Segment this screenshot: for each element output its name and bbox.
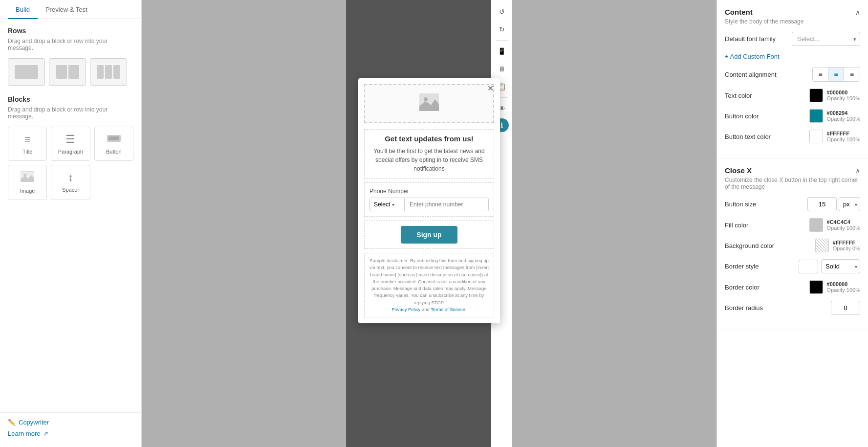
- signup-button[interactable]: Sign up: [401, 226, 457, 244]
- block-image[interactable]: Image: [8, 165, 47, 200]
- learn-more-link[interactable]: Learn more ↗: [8, 430, 133, 437]
- border-style-label: Border style: [725, 263, 799, 270]
- close-x-chevron[interactable]: ∧: [855, 167, 860, 175]
- phone-select[interactable]: Select ▾: [369, 198, 405, 211]
- fill-color-hex: #C4C4C4: [827, 219, 860, 225]
- bottom-links: ✏️ Copywriter Learn more ↗: [0, 412, 141, 447]
- button-size-row: Button size px: [725, 197, 860, 211]
- row-block-2[interactable]: [49, 58, 86, 86]
- bg-color-swatch[interactable]: [815, 239, 829, 252]
- spacer-icon: ↕: [55, 171, 86, 184]
- copywriter-icon: ✏️: [8, 419, 16, 426]
- fill-color-opacity: Opacity 100%: [827, 225, 860, 231]
- fill-color-row: Fill color #C4C4C4 Opacity 100%: [725, 218, 860, 232]
- terms-link[interactable]: Terms of Service.: [431, 307, 466, 312]
- button-icon: [99, 133, 129, 146]
- content-section-desc: Style the body of the message: [725, 18, 860, 25]
- undo-button[interactable]: ↺: [494, 4, 510, 20]
- border-color-group: #000000 Opacity 100%: [809, 280, 860, 294]
- rows-title: Rows: [8, 27, 133, 35]
- border-radius-row: Border radius: [725, 301, 860, 315]
- align-button-group: ≡ ≡ ≡: [812, 67, 860, 82]
- button-color-label: Button color: [725, 112, 809, 120]
- desktop-view-button[interactable]: 🖥: [494, 61, 510, 77]
- copywriter-link[interactable]: ✏️ Copywriter: [8, 419, 133, 426]
- button-text-color-opacity: Opacity 100%: [827, 136, 860, 142]
- popup-phone-area: Phone Number Select ▾: [364, 182, 494, 217]
- privacy-policy-link[interactable]: Privacy Policy: [391, 307, 420, 312]
- border-style-preview[interactable]: [799, 260, 818, 273]
- paragraph-icon: ☰: [55, 133, 86, 146]
- content-chevron[interactable]: ∧: [855, 8, 860, 16]
- row-block-3[interactable]: [90, 58, 127, 86]
- button-color-row: Button color #008294 Opacity 100%: [725, 109, 860, 123]
- blocks-desc: Drag and drop a block or row into your m…: [8, 106, 133, 120]
- unit-select[interactable]: px: [839, 197, 860, 211]
- add-custom-font-link[interactable]: + Add Custom Font: [725, 53, 860, 60]
- button-text-color-hex: #FFFFFF: [827, 131, 860, 136]
- border-color-swatch[interactable]: [809, 280, 823, 294]
- block-button-label: Button: [99, 149, 129, 155]
- redo-button[interactable]: ↻: [494, 22, 510, 37]
- popup-subtext: You'll be the first to get the latest ne…: [369, 147, 489, 173]
- learn-more-label: Learn more: [8, 430, 40, 437]
- content-alignment-row: Content alignment ≡ ≡ ≡: [725, 67, 860, 82]
- unit-wrapper: px: [839, 197, 860, 211]
- button-text-color-swatch[interactable]: [809, 130, 823, 143]
- mobile-view-button[interactable]: 📱: [494, 44, 510, 59]
- border-style-select[interactable]: Solid Dashed Dotted: [821, 259, 860, 273]
- tab-build[interactable]: Build: [8, 0, 38, 19]
- popup-image-area[interactable]: [364, 84, 494, 123]
- content-section-header: Content ∧: [725, 8, 860, 16]
- border-style-controls: Solid Dashed Dotted: [799, 259, 860, 273]
- button-color-swatch[interactable]: [809, 109, 823, 123]
- fill-color-group: #C4C4C4 Opacity 100%: [809, 218, 860, 232]
- fill-color-swatch[interactable]: [809, 218, 823, 232]
- block-image-label: Image: [12, 188, 43, 194]
- button-text-color-group: #FFFFFF Opacity 100%: [809, 130, 860, 143]
- tab-preview[interactable]: Preview & Test: [38, 0, 95, 19]
- align-right-button[interactable]: ≡: [844, 67, 860, 81]
- border-radius-control: [831, 301, 860, 315]
- text-color-row: Text color #000000 Opacity 100%: [725, 89, 860, 102]
- rows-desc: Drag and drop a block or row into your m…: [8, 38, 133, 51]
- border-color-label: Border color: [725, 284, 809, 291]
- font-family-label: Default font family: [725, 35, 792, 43]
- phone-select-label: Select: [374, 201, 390, 208]
- block-spacer-label: Spacer: [55, 187, 86, 193]
- button-size-label: Button size: [725, 201, 807, 208]
- border-style-row: Border style Solid Dashed Dotted: [725, 259, 860, 273]
- block-spacer[interactable]: ↕ Spacer: [51, 165, 90, 200]
- popup-close-button[interactable]: ✕: [484, 82, 496, 94]
- block-paragraph-label: Paragraph: [55, 149, 86, 155]
- blocks-title: Blocks: [8, 95, 133, 103]
- font-family-row: Default font family Select...: [725, 32, 860, 46]
- border-radius-input[interactable]: [831, 301, 860, 315]
- text-color-opacity: Opacity 100%: [827, 95, 860, 101]
- block-paragraph[interactable]: ☰ Paragraph: [51, 127, 90, 161]
- row-block-1[interactable]: [8, 58, 45, 86]
- text-color-info: #000000 Opacity 100%: [827, 89, 860, 101]
- and-text: and: [422, 307, 430, 312]
- font-family-select[interactable]: Select...: [792, 32, 860, 46]
- phone-number-input[interactable]: [405, 198, 489, 211]
- external-link-icon: ↗: [43, 430, 48, 437]
- close-x-section-header: Close X ∧: [725, 166, 860, 175]
- content-alignment-label: Content alignment: [725, 71, 812, 78]
- title-icon: ≡: [12, 133, 43, 146]
- block-button[interactable]: Button: [94, 127, 133, 161]
- border-color-hex: #000000: [827, 281, 860, 287]
- align-center-button[interactable]: ≡: [828, 67, 844, 81]
- svg-point-5: [424, 97, 428, 101]
- text-color-swatch[interactable]: [809, 89, 823, 102]
- button-size-input[interactable]: [807, 197, 837, 211]
- text-color-label: Text color: [725, 92, 809, 99]
- align-left-button[interactable]: ≡: [813, 67, 828, 81]
- close-x-desc: Customize the close X button in the top …: [725, 177, 860, 190]
- button-color-group: #008294 Opacity 100%: [809, 109, 860, 123]
- popup-image-placeholder: [419, 93, 439, 114]
- bg-color-label: Background color: [725, 242, 815, 249]
- button-color-info: #008294 Opacity 100%: [827, 110, 860, 122]
- popup-text-area[interactable]: Get text updates from us! You'll be the …: [364, 129, 494, 179]
- block-title[interactable]: ≡ Title: [8, 127, 47, 161]
